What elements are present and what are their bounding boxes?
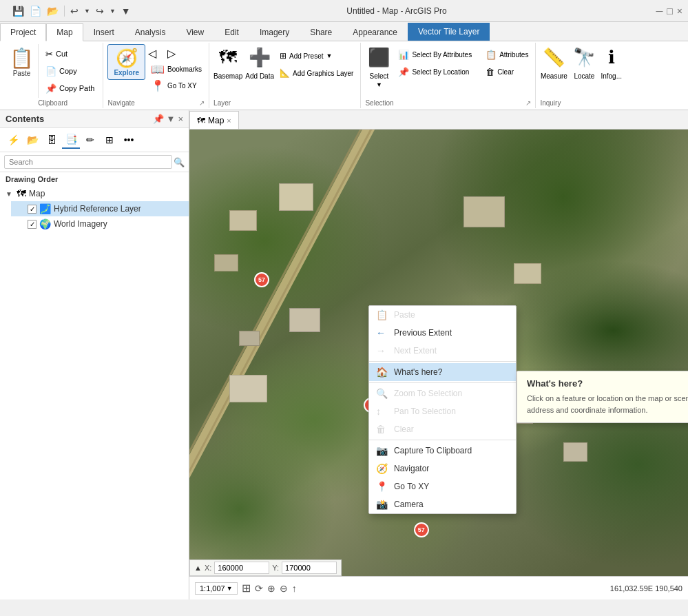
add-preset-button[interactable]: ⊞ Add Preset ▼ (277, 48, 356, 63)
sidebar-header-controls: 📌 ▼ × (153, 114, 183, 124)
tab-insert[interactable]: Insert (83, 23, 125, 41)
forward-arrow-icon: ▷ (167, 47, 176, 60)
info-btn[interactable]: ℹ Infog... (601, 44, 622, 80)
select-by-attr-button[interactable]: 📊 Select By Attributes (395, 47, 475, 62)
minimize-btn[interactable]: ─ (656, 6, 663, 17)
ctx-prev-extent[interactable]: ← Previous Extent (369, 324, 516, 342)
more-qat-icon[interactable]: ▼ (120, 4, 132, 18)
coords-expand-icon[interactable]: ▲ (194, 564, 202, 572)
layers-icon[interactable]: 📑 (62, 131, 80, 149)
tree-item-hybrid[interactable]: ✓ 🗾 Hybrid Reference Layer (11, 201, 189, 216)
paste-button[interactable]: 📋 Paste (6, 44, 39, 98)
ctx-prev-icon: ← (376, 327, 388, 338)
cut-button[interactable]: ✂ Cut (43, 46, 97, 61)
sidebar-title: Contents (6, 114, 44, 124)
y-input[interactable] (282, 562, 337, 574)
folder-icon[interactable]: 📂 (23, 131, 41, 149)
hybrid-checkbox[interactable]: ✓ (28, 205, 37, 214)
goto-xy-button[interactable]: 📍 Go To XY (148, 78, 205, 93)
sidebar-menu-icon[interactable]: ▼ (167, 114, 176, 124)
search-input[interactable] (4, 155, 172, 169)
tab-vector-tile[interactable]: Vector Tile Layer (408, 23, 490, 41)
north-arrow-icon[interactable]: ↑ (292, 583, 297, 594)
locate-btn[interactable]: 🔭 Locate (570, 44, 598, 80)
main-area: Contents 📌 ▼ × ⚡ 📂 🗄 📑 ✏ ⊞ ••• 🔍 Drawing… (0, 110, 688, 599)
ctx-go-to-xy[interactable]: 📍 Go To XY (369, 478, 516, 495)
map-tab[interactable]: 🗺 Map × (189, 111, 239, 129)
ctx-pan-sel[interactable]: ↕ Pan To Selection (369, 402, 516, 420)
tab-project[interactable]: Project (0, 23, 46, 41)
zoom-in-icon[interactable]: ⊕ (267, 583, 275, 594)
sidebar-pin-icon[interactable]: 📌 (153, 114, 164, 124)
filter-icon[interactable]: ⚡ (4, 131, 22, 149)
undo-dropdown-icon[interactable]: ▼ (83, 6, 92, 16)
select-btn[interactable]: ⬛ Select ▼ (365, 44, 393, 88)
navigate-expand-icon[interactable]: ↗ (199, 99, 205, 107)
copy-button[interactable]: 📄 Copy (43, 63, 97, 79)
basemap-btn[interactable]: 🗺 Basemap (213, 44, 242, 80)
more-icon[interactable]: ••• (120, 131, 138, 149)
back-arrow-icon: ◁ (148, 47, 156, 60)
redo-dropdown-icon[interactable]: ▼ (108, 6, 117, 16)
select-by-loc-button[interactable]: 📌 Select By Location (395, 64, 475, 79)
nav-arrows-group[interactable]: ◁ ▷ (148, 47, 176, 60)
ctx-next-extent[interactable]: → Next Extent (369, 342, 516, 360)
map-tab-close-icon[interactable]: × (227, 116, 231, 125)
tab-edit[interactable]: Edit (214, 23, 249, 41)
ctx-whats-here[interactable]: 🏠 What's here? (369, 363, 516, 381)
tab-view[interactable]: View (176, 23, 214, 41)
redo-icon[interactable]: ↪ (94, 4, 105, 18)
ctx-zoom-icon: 🔍 (376, 388, 388, 399)
maximize-btn[interactable]: □ (667, 6, 672, 17)
map-canvas[interactable]: 57 57 57 ▲ X: Y: 📋 Paste ← Previous Exte… (189, 130, 688, 576)
save-icon[interactable]: 💾 (11, 4, 25, 18)
tab-imagery[interactable]: Imagery (249, 23, 300, 41)
explore-button[interactable]: 🧭 Explore (107, 44, 145, 80)
ctx-capture[interactable]: 📷 Capture To Clipboard (369, 442, 516, 460)
close-btn[interactable]: × (677, 6, 682, 17)
tree-item-map[interactable]: ▼ 🗺 Map (0, 186, 189, 201)
ctx-navigator[interactable]: 🧭 Navigator (369, 460, 516, 478)
tab-map[interactable]: Map (46, 23, 83, 41)
pencil-icon[interactable]: ✏ (81, 131, 99, 149)
cut-icon: ✂ (45, 49, 53, 59)
undo-icon[interactable]: ↩ (69, 4, 80, 18)
scale-dropdown[interactable]: 1:1,007 ▼ (195, 582, 238, 595)
tab-analysis[interactable]: Analysis (125, 23, 176, 41)
add-preset-dropdown[interactable]: ▼ (326, 52, 333, 59)
new-icon[interactable]: 📄 (28, 4, 43, 18)
tab-share[interactable]: Share (300, 23, 342, 41)
tab-appearance[interactable]: Appearance (342, 23, 408, 41)
selection-expand-icon[interactable]: ↗ (525, 99, 531, 107)
add-graphics-button[interactable]: 📐 Add Graphics Layer (277, 65, 356, 81)
bookmarks-button[interactable]: 📖 Bookmarks (148, 61, 205, 76)
rotate-icon[interactable]: ⟳ (255, 583, 263, 594)
select-loc-icon: 📌 (398, 67, 409, 77)
coord-display: 161,032.59E 190,540 (610, 584, 682, 593)
info-icon: ℹ (605, 44, 618, 71)
grid-icon[interactable]: ⊞ (101, 131, 118, 149)
search-icon[interactable]: 🔍 (174, 157, 185, 167)
fit-extent-icon[interactable]: ⊞ (242, 582, 251, 595)
layer-small-btns: ⊞ Add Preset ▼ 📐 Add Graphics Layer (277, 44, 356, 81)
select-dropdown[interactable]: ▼ (376, 81, 382, 88)
add-data-btn[interactable]: ➕ Add Data (245, 44, 274, 80)
sidebar-close-icon[interactable]: × (178, 114, 183, 124)
open-icon[interactable]: 📂 (45, 4, 60, 18)
measure-btn[interactable]: 📏 Measure (540, 44, 567, 80)
x-input[interactable] (214, 562, 269, 574)
hybrid-layer-icon: 🗾 (39, 203, 51, 214)
zoom-out-icon[interactable]: ⊖ (280, 583, 288, 594)
ctx-camera[interactable]: 📸 Camera (369, 495, 516, 513)
copy-path-button[interactable]: 📌 Copy Path (43, 81, 97, 96)
explore-icon: 🧭 (116, 48, 138, 69)
clear-selection-button[interactable]: 🗑 Clear (483, 64, 531, 79)
ctx-zoom-sel[interactable]: 🔍 Zoom To Selection (369, 384, 516, 402)
ribbon: 📋 Paste ✂ Cut 📄 Copy 📌 Copy Path Clipboa… (0, 41, 688, 110)
world-checkbox[interactable]: ✓ (28, 220, 37, 229)
database-icon[interactable]: 🗄 (43, 131, 61, 149)
ctx-paste[interactable]: 📋 Paste (369, 306, 516, 324)
tree-item-world-imagery[interactable]: ✓ 🌍 World Imagery (11, 216, 189, 232)
ctx-clear[interactable]: 🗑 Clear (369, 420, 516, 438)
attributes-button[interactable]: 📋 Attributes (483, 47, 531, 62)
